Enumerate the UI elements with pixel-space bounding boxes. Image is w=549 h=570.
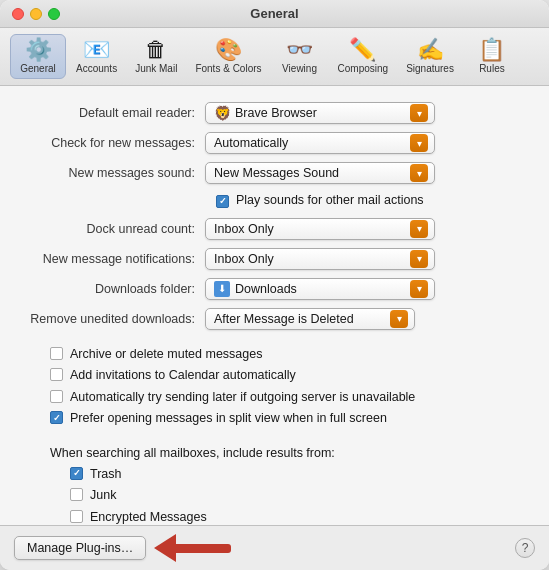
search-trash-row: Trash	[20, 466, 529, 484]
notifications-row: New message notifications: Inbox Only ▾	[20, 248, 529, 270]
rules-icon: 📋	[478, 39, 505, 61]
new-messages-sound-label: New messages sound:	[20, 166, 205, 180]
notifications-value: Inbox Only	[214, 252, 406, 266]
window-controls	[12, 8, 60, 20]
arrow-tail	[176, 544, 231, 553]
help-button[interactable]: ?	[515, 538, 535, 558]
toolbar-label-fonts-colors: Fonts & Colors	[195, 63, 261, 74]
toolbar-label-general: General	[20, 63, 56, 74]
toolbar-item-general[interactable]: ⚙️ General	[10, 34, 66, 79]
manage-plugins-button[interactable]: Manage Plug-ins…	[14, 536, 146, 560]
search-encrypted-checkbox[interactable]	[70, 510, 83, 523]
prefer-split-view-checkbox[interactable]	[50, 411, 63, 424]
check-messages-value: Automatically	[214, 136, 406, 150]
notifications-label: New message notifications:	[20, 252, 205, 266]
viewing-icon: 👓	[286, 39, 313, 61]
dock-unread-arrow: ▾	[410, 220, 428, 238]
search-junk-row: Junk	[20, 487, 529, 505]
toolbar-item-composing[interactable]: ✏️ Composing	[330, 34, 397, 79]
add-invitations-checkbox[interactable]	[50, 368, 63, 381]
remove-unedited-arrow: ▾	[390, 310, 408, 328]
default-email-reader-select[interactable]: 🦁 Brave Browser ▾	[205, 102, 435, 124]
archive-delete-row: Archive or delete muted messages	[20, 346, 529, 364]
window-title: General	[250, 6, 298, 21]
toolbar-item-signatures[interactable]: ✍️ Signatures	[398, 34, 462, 79]
composing-icon: ✏️	[349, 39, 376, 61]
downloads-folder-control: ⬇ Downloads ▾	[205, 278, 529, 300]
toolbar-item-viewing[interactable]: 👓 Viewing	[272, 34, 328, 79]
toolbar-label-viewing: Viewing	[282, 63, 317, 74]
toolbar: ⚙️ General 📧 Accounts 🗑 Junk Mail 🎨 Font…	[0, 28, 549, 86]
junk-mail-icon: 🗑	[145, 39, 167, 61]
check-messages-row: Check for new messages: Automatically ▾	[20, 132, 529, 154]
downloads-folder-value: Downloads	[235, 282, 406, 296]
default-email-reader-row: Default email reader: 🦁 Brave Browser ▾	[20, 102, 529, 124]
remove-unedited-label: Remove unedited downloads:	[20, 312, 205, 326]
check-messages-arrow: ▾	[410, 134, 428, 152]
bottom-bar: Manage Plug-ins… ?	[0, 525, 549, 570]
arrow-indicator	[154, 534, 231, 562]
general-icon: ⚙️	[25, 39, 52, 61]
downloads-folder-select[interactable]: ⬇ Downloads ▾	[205, 278, 435, 300]
dock-unread-value: Inbox Only	[214, 222, 406, 236]
fonts-colors-icon: 🎨	[215, 39, 242, 61]
toolbar-item-junk-mail[interactable]: 🗑 Junk Mail	[127, 34, 185, 79]
preferences-content: Default email reader: 🦁 Brave Browser ▾ …	[0, 86, 549, 525]
mail-preferences-window: General ⚙️ General 📧 Accounts 🗑 Junk Mai…	[0, 0, 549, 570]
default-email-reader-arrow: ▾	[410, 104, 428, 122]
search-junk-checkbox[interactable]	[70, 488, 83, 501]
default-email-reader-control: 🦁 Brave Browser ▾	[205, 102, 529, 124]
prefer-split-view-row: Prefer opening messages in split view wh…	[20, 410, 529, 428]
notifications-select[interactable]: Inbox Only ▾	[205, 248, 435, 270]
new-messages-sound-control: New Messages Sound ▾	[205, 162, 529, 184]
check-messages-control: Automatically ▾	[205, 132, 529, 154]
dock-unread-select[interactable]: Inbox Only ▾	[205, 218, 435, 240]
remove-unedited-row: Remove unedited downloads: After Message…	[20, 308, 529, 330]
maximize-button[interactable]	[48, 8, 60, 20]
add-invitations-row: Add invitations to Calendar automaticall…	[20, 367, 529, 385]
auto-retry-label: Automatically try sending later if outgo…	[70, 389, 415, 407]
new-messages-sound-arrow: ▾	[410, 164, 428, 182]
prefer-split-view-label: Prefer opening messages in split view wh…	[70, 410, 387, 428]
toolbar-item-rules[interactable]: 📋 Rules	[464, 34, 520, 79]
archive-delete-checkbox[interactable]	[50, 347, 63, 360]
add-invitations-label: Add invitations to Calendar automaticall…	[70, 367, 296, 385]
search-trash-label: Trash	[90, 466, 122, 484]
toolbar-label-junk-mail: Junk Mail	[135, 63, 177, 74]
minimize-button[interactable]	[30, 8, 42, 20]
remove-unedited-value: After Message is Deleted	[214, 312, 386, 326]
remove-unedited-select[interactable]: After Message is Deleted ▾	[205, 308, 415, 330]
new-messages-sound-value: New Messages Sound	[214, 166, 406, 180]
search-junk-label: Junk	[90, 487, 116, 505]
default-email-reader-value: Brave Browser	[235, 106, 406, 120]
check-messages-label: Check for new messages:	[20, 136, 205, 150]
downloads-folder-row: Downloads folder: ⬇ Downloads ▾	[20, 278, 529, 300]
auto-retry-checkbox[interactable]	[50, 390, 63, 403]
titlebar: General	[0, 0, 549, 28]
dock-unread-control: Inbox Only ▾	[205, 218, 529, 240]
notifications-control: Inbox Only ▾	[205, 248, 529, 270]
archive-delete-label: Archive or delete muted messages	[70, 346, 262, 364]
downloads-folder-icon: ⬇	[214, 281, 230, 297]
search-trash-checkbox[interactable]	[70, 467, 83, 480]
new-messages-sound-select[interactable]: New Messages Sound ▾	[205, 162, 435, 184]
downloads-folder-arrow: ▾	[410, 280, 428, 298]
brave-browser-icon: 🦁	[214, 105, 230, 121]
dock-unread-label: Dock unread count:	[20, 222, 205, 236]
play-sounds-checkbox[interactable]	[216, 195, 229, 208]
play-sounds-row: Play sounds for other mail actions	[20, 192, 529, 210]
notifications-arrow: ▾	[410, 250, 428, 268]
downloads-folder-label: Downloads folder:	[20, 282, 205, 296]
close-button[interactable]	[12, 8, 24, 20]
default-email-reader-label: Default email reader:	[20, 106, 205, 120]
toolbar-label-signatures: Signatures	[406, 63, 454, 74]
check-messages-select[interactable]: Automatically ▾	[205, 132, 435, 154]
toolbar-label-rules: Rules	[479, 63, 505, 74]
toolbar-item-fonts-colors[interactable]: 🎨 Fonts & Colors	[187, 34, 269, 79]
toolbar-item-accounts[interactable]: 📧 Accounts	[68, 34, 125, 79]
search-encrypted-row: Encrypted Messages	[20, 509, 529, 526]
remove-unedited-control: After Message is Deleted ▾	[205, 308, 529, 330]
auto-retry-row: Automatically try sending later if outgo…	[20, 389, 529, 407]
play-sounds-label: Play sounds for other mail actions	[236, 192, 424, 210]
signatures-icon: ✍️	[417, 39, 444, 61]
